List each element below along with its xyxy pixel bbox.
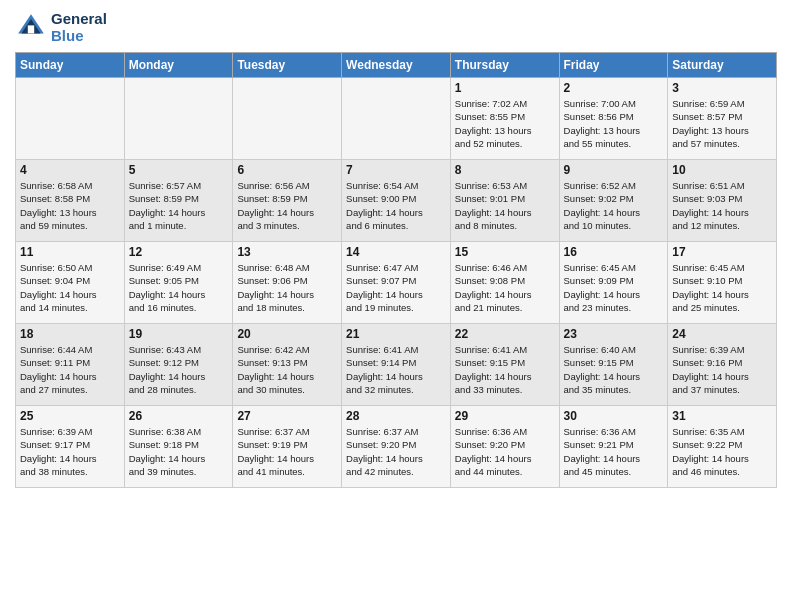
day-number: 8 [455,163,555,177]
calendar-cell: 3Sunrise: 6:59 AM Sunset: 8:57 PM Daylig… [668,78,777,160]
header-cell-monday: Monday [124,53,233,78]
day-info: Sunrise: 6:48 AM Sunset: 9:06 PM Dayligh… [237,261,337,314]
calendar-cell: 9Sunrise: 6:52 AM Sunset: 9:02 PM Daylig… [559,160,668,242]
calendar-cell: 10Sunrise: 6:51 AM Sunset: 9:03 PM Dayli… [668,160,777,242]
day-number: 27 [237,409,337,423]
day-number: 18 [20,327,120,341]
svg-rect-2 [28,25,34,33]
calendar-cell: 21Sunrise: 6:41 AM Sunset: 9:14 PM Dayli… [342,324,451,406]
day-number: 6 [237,163,337,177]
day-info: Sunrise: 6:47 AM Sunset: 9:07 PM Dayligh… [346,261,446,314]
day-number: 2 [564,81,664,95]
day-info: Sunrise: 6:54 AM Sunset: 9:00 PM Dayligh… [346,179,446,232]
day-number: 17 [672,245,772,259]
calendar-cell: 7Sunrise: 6:54 AM Sunset: 9:00 PM Daylig… [342,160,451,242]
day-info: Sunrise: 7:02 AM Sunset: 8:55 PM Dayligh… [455,97,555,150]
day-number: 29 [455,409,555,423]
day-number: 3 [672,81,772,95]
day-number: 24 [672,327,772,341]
day-info: Sunrise: 6:45 AM Sunset: 9:10 PM Dayligh… [672,261,772,314]
calendar-cell: 4Sunrise: 6:58 AM Sunset: 8:58 PM Daylig… [16,160,125,242]
calendar-table: SundayMondayTuesdayWednesdayThursdayFrid… [15,52,777,488]
header-cell-thursday: Thursday [450,53,559,78]
calendar-cell [124,78,233,160]
day-number: 28 [346,409,446,423]
day-info: Sunrise: 6:58 AM Sunset: 8:58 PM Dayligh… [20,179,120,232]
day-number: 21 [346,327,446,341]
day-number: 16 [564,245,664,259]
calendar-cell: 15Sunrise: 6:46 AM Sunset: 9:08 PM Dayli… [450,242,559,324]
calendar-cell [342,78,451,160]
header: General Blue [15,10,777,44]
calendar-row-1: 4Sunrise: 6:58 AM Sunset: 8:58 PM Daylig… [16,160,777,242]
calendar-cell: 5Sunrise: 6:57 AM Sunset: 8:59 PM Daylig… [124,160,233,242]
day-info: Sunrise: 6:56 AM Sunset: 8:59 PM Dayligh… [237,179,337,232]
day-number: 1 [455,81,555,95]
calendar-cell: 16Sunrise: 6:45 AM Sunset: 9:09 PM Dayli… [559,242,668,324]
logo-icon [15,11,47,43]
calendar-cell: 12Sunrise: 6:49 AM Sunset: 9:05 PM Dayli… [124,242,233,324]
logo: General Blue [15,10,107,44]
day-info: Sunrise: 6:39 AM Sunset: 9:16 PM Dayligh… [672,343,772,396]
header-cell-friday: Friday [559,53,668,78]
header-cell-wednesday: Wednesday [342,53,451,78]
day-info: Sunrise: 6:52 AM Sunset: 9:02 PM Dayligh… [564,179,664,232]
day-info: Sunrise: 6:41 AM Sunset: 9:14 PM Dayligh… [346,343,446,396]
calendar-row-0: 1Sunrise: 7:02 AM Sunset: 8:55 PM Daylig… [16,78,777,160]
day-number: 15 [455,245,555,259]
day-info: Sunrise: 6:36 AM Sunset: 9:21 PM Dayligh… [564,425,664,478]
day-number: 10 [672,163,772,177]
header-cell-tuesday: Tuesday [233,53,342,78]
calendar-cell [233,78,342,160]
calendar-cell: 29Sunrise: 6:36 AM Sunset: 9:20 PM Dayli… [450,406,559,488]
day-number: 7 [346,163,446,177]
day-number: 9 [564,163,664,177]
calendar-cell [16,78,125,160]
calendar-cell: 19Sunrise: 6:43 AM Sunset: 9:12 PM Dayli… [124,324,233,406]
day-info: Sunrise: 6:38 AM Sunset: 9:18 PM Dayligh… [129,425,229,478]
day-info: Sunrise: 6:37 AM Sunset: 9:20 PM Dayligh… [346,425,446,478]
day-info: Sunrise: 6:46 AM Sunset: 9:08 PM Dayligh… [455,261,555,314]
day-info: Sunrise: 6:44 AM Sunset: 9:11 PM Dayligh… [20,343,120,396]
calendar-cell: 20Sunrise: 6:42 AM Sunset: 9:13 PM Dayli… [233,324,342,406]
calendar-row-4: 25Sunrise: 6:39 AM Sunset: 9:17 PM Dayli… [16,406,777,488]
day-info: Sunrise: 6:41 AM Sunset: 9:15 PM Dayligh… [455,343,555,396]
calendar-cell: 27Sunrise: 6:37 AM Sunset: 9:19 PM Dayli… [233,406,342,488]
day-info: Sunrise: 6:40 AM Sunset: 9:15 PM Dayligh… [564,343,664,396]
day-number: 19 [129,327,229,341]
day-number: 23 [564,327,664,341]
day-number: 13 [237,245,337,259]
header-row: SundayMondayTuesdayWednesdayThursdayFrid… [16,53,777,78]
calendar-header: SundayMondayTuesdayWednesdayThursdayFrid… [16,53,777,78]
calendar-cell: 26Sunrise: 6:38 AM Sunset: 9:18 PM Dayli… [124,406,233,488]
calendar-cell: 28Sunrise: 6:37 AM Sunset: 9:20 PM Dayli… [342,406,451,488]
day-number: 26 [129,409,229,423]
calendar-body: 1Sunrise: 7:02 AM Sunset: 8:55 PM Daylig… [16,78,777,488]
calendar-cell: 13Sunrise: 6:48 AM Sunset: 9:06 PM Dayli… [233,242,342,324]
day-info: Sunrise: 6:39 AM Sunset: 9:17 PM Dayligh… [20,425,120,478]
day-number: 4 [20,163,120,177]
calendar-cell: 22Sunrise: 6:41 AM Sunset: 9:15 PM Dayli… [450,324,559,406]
day-info: Sunrise: 6:45 AM Sunset: 9:09 PM Dayligh… [564,261,664,314]
day-info: Sunrise: 6:57 AM Sunset: 8:59 PM Dayligh… [129,179,229,232]
calendar-cell: 14Sunrise: 6:47 AM Sunset: 9:07 PM Dayli… [342,242,451,324]
day-info: Sunrise: 6:50 AM Sunset: 9:04 PM Dayligh… [20,261,120,314]
calendar-cell: 17Sunrise: 6:45 AM Sunset: 9:10 PM Dayli… [668,242,777,324]
day-info: Sunrise: 6:49 AM Sunset: 9:05 PM Dayligh… [129,261,229,314]
day-number: 30 [564,409,664,423]
day-number: 22 [455,327,555,341]
calendar-cell: 23Sunrise: 6:40 AM Sunset: 9:15 PM Dayli… [559,324,668,406]
logo-text: General Blue [51,10,107,44]
calendar-cell: 1Sunrise: 7:02 AM Sunset: 8:55 PM Daylig… [450,78,559,160]
calendar-cell: 24Sunrise: 6:39 AM Sunset: 9:16 PM Dayli… [668,324,777,406]
day-number: 5 [129,163,229,177]
day-info: Sunrise: 6:53 AM Sunset: 9:01 PM Dayligh… [455,179,555,232]
day-info: Sunrise: 6:35 AM Sunset: 9:22 PM Dayligh… [672,425,772,478]
day-info: Sunrise: 6:43 AM Sunset: 9:12 PM Dayligh… [129,343,229,396]
day-info: Sunrise: 6:59 AM Sunset: 8:57 PM Dayligh… [672,97,772,150]
calendar-cell: 31Sunrise: 6:35 AM Sunset: 9:22 PM Dayli… [668,406,777,488]
day-number: 12 [129,245,229,259]
calendar-row-3: 18Sunrise: 6:44 AM Sunset: 9:11 PM Dayli… [16,324,777,406]
header-cell-saturday: Saturday [668,53,777,78]
day-number: 11 [20,245,120,259]
